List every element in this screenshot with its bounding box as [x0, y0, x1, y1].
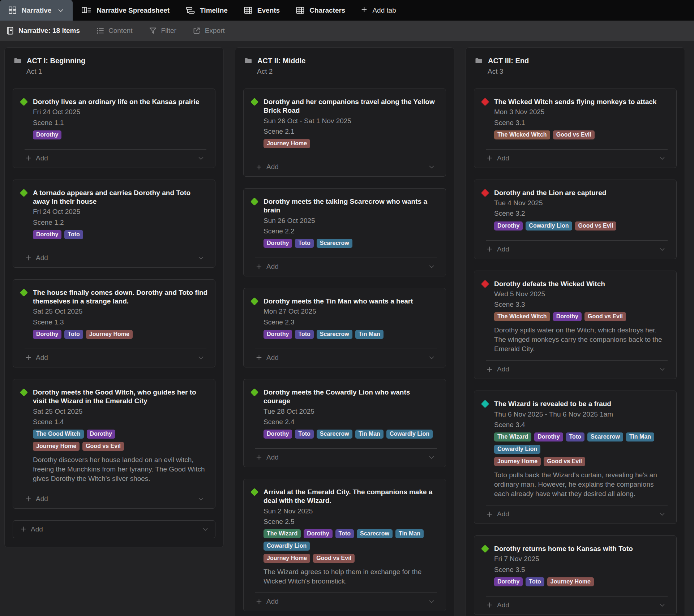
- card-add-row[interactable]: Add: [481, 505, 669, 524]
- tag-cowardly-lion[interactable]: Cowardly Lion: [386, 430, 433, 439]
- add-button[interactable]: Add: [25, 254, 48, 262]
- tag-good-vs-evil[interactable]: Good vs Evil: [313, 554, 355, 563]
- tag-journey-home[interactable]: Journey Home: [494, 457, 541, 466]
- export-button[interactable]: Export: [192, 26, 225, 35]
- scene-card[interactable]: Dorothy meets the Cowardly Lion who want…: [243, 379, 446, 467]
- scene-card[interactable]: The Wicked Witch sends flying monkeys to…: [474, 89, 677, 168]
- chevron-down-icon[interactable]: [428, 453, 436, 461]
- chevron-down-icon[interactable]: [658, 365, 666, 373]
- tag-scarecrow[interactable]: Scarecrow: [587, 432, 623, 441]
- card-add-row[interactable]: Add: [20, 490, 208, 508]
- tag-cowardly-lion[interactable]: Cowardly Lion: [526, 221, 572, 231]
- scene-card[interactable]: The house finally comes down. Dorothy an…: [13, 279, 215, 367]
- tag-scarecrow[interactable]: Scarecrow: [317, 430, 352, 439]
- tag-dorothy[interactable]: Dorothy: [33, 230, 61, 239]
- tag-toto[interactable]: Toto: [335, 529, 354, 538]
- tab-events[interactable]: Events: [236, 0, 288, 21]
- tag-toto[interactable]: Toto: [295, 330, 313, 339]
- card-add-row[interactable]: Add: [481, 361, 669, 379]
- chevron-down-icon[interactable]: [658, 601, 666, 609]
- card-add-row[interactable]: Add: [251, 258, 438, 276]
- add-button[interactable]: Add: [255, 263, 279, 271]
- card-add-row[interactable]: Add: [20, 249, 208, 267]
- content-button[interactable]: Content: [96, 26, 133, 35]
- tag-journey-home[interactable]: Journey Home: [86, 330, 133, 339]
- tag-scarecrow[interactable]: Scarecrow: [357, 529, 393, 538]
- add-button[interactable]: Add: [255, 598, 279, 606]
- chevron-down-icon[interactable]: [197, 154, 205, 162]
- add-button[interactable]: Add: [25, 154, 48, 162]
- chevron-down-icon[interactable]: [428, 263, 436, 271]
- chevron-down-icon[interactable]: [658, 510, 666, 518]
- add-button[interactable]: Add: [486, 601, 509, 609]
- add-button[interactable]: Add: [255, 453, 279, 461]
- tag-dorothy[interactable]: Dorothy: [33, 130, 61, 139]
- tag-scarecrow[interactable]: Scarecrow: [317, 330, 352, 339]
- tag-tin-man[interactable]: Tin Man: [355, 330, 384, 339]
- card-add-row[interactable]: Add: [481, 241, 669, 259]
- tag-good-vs-evil[interactable]: Good vs Evil: [553, 130, 595, 139]
- card-add-row[interactable]: Add: [251, 593, 438, 611]
- tag-toto[interactable]: Toto: [295, 430, 313, 439]
- add-button[interactable]: Add: [255, 163, 279, 171]
- tag-dorothy[interactable]: Dorothy: [264, 430, 292, 439]
- tag-toto[interactable]: Toto: [64, 230, 83, 239]
- scene-card[interactable]: The Wizard is revealed to be a fraudThu …: [474, 391, 677, 524]
- chevron-down-icon[interactable]: [201, 525, 209, 533]
- tag-scarecrow[interactable]: Scarecrow: [317, 239, 352, 248]
- scene-card[interactable]: Dorothy and her companions travel along …: [243, 89, 446, 177]
- tag-dorothy[interactable]: Dorothy: [33, 330, 61, 339]
- add-button[interactable]: Add: [486, 510, 509, 518]
- tag-the-wizard[interactable]: The Wizard: [264, 529, 301, 538]
- card-add-row[interactable]: Add: [20, 150, 208, 168]
- scene-card[interactable]: Dorothy meets the talking Scarecrow who …: [243, 188, 446, 276]
- filter-button[interactable]: Filter: [149, 26, 176, 35]
- card-add-row[interactable]: Add: [481, 596, 669, 615]
- tag-tin-man[interactable]: Tin Man: [395, 529, 424, 538]
- scene-card[interactable]: Dorothy meets the Tin Man who wants a he…: [243, 288, 446, 367]
- chevron-down-icon[interactable]: [197, 354, 205, 362]
- tag-dorothy[interactable]: Dorothy: [264, 239, 292, 248]
- add-tab-button[interactable]: Add tab: [353, 0, 403, 21]
- tag-dorothy[interactable]: Dorothy: [87, 430, 115, 439]
- scene-card[interactable]: Dorothy meets the Good Witch, who guides…: [13, 379, 215, 509]
- tag-journey-home[interactable]: Journey Home: [264, 554, 310, 563]
- tag-dorothy[interactable]: Dorothy: [494, 577, 523, 586]
- tag-good-vs-evil[interactable]: Good vs Evil: [584, 312, 626, 321]
- tag-dorothy[interactable]: Dorothy: [494, 221, 523, 231]
- tag-good-vs-evil[interactable]: Good vs Evil: [82, 442, 124, 451]
- tag-toto[interactable]: Toto: [295, 239, 313, 248]
- tag-dorothy[interactable]: Dorothy: [264, 330, 292, 339]
- add-button[interactable]: Add: [486, 154, 509, 162]
- scene-card[interactable]: Dorothy returns home to Kansas with Toto…: [474, 535, 677, 615]
- tag-journey-home[interactable]: Journey Home: [264, 139, 310, 148]
- chevron-down-icon[interactable]: [428, 598, 436, 606]
- tag-tin-man[interactable]: Tin Man: [626, 432, 654, 441]
- chevron-down-icon[interactable]: [658, 245, 666, 253]
- add-button[interactable]: Add: [255, 354, 279, 362]
- chevron-down-icon[interactable]: [428, 354, 436, 362]
- add-button[interactable]: Add: [20, 525, 43, 533]
- tag-dorothy[interactable]: Dorothy: [304, 529, 332, 538]
- scene-card[interactable]: A tornado appears and carries Dorothy an…: [13, 180, 215, 268]
- tag-the-wizard[interactable]: The Wizard: [494, 432, 531, 441]
- tag-the-good-witch[interactable]: The Good Witch: [33, 430, 84, 439]
- tag-good-vs-evil[interactable]: Good vs Evil: [544, 457, 585, 466]
- scene-card[interactable]: Dorothy and the Lion are capturedTue 4 N…: [474, 180, 677, 259]
- scene-card[interactable]: Arrival at the Emerald City. The compani…: [243, 479, 446, 611]
- tag-good-vs-evil[interactable]: Good vs Evil: [575, 221, 617, 231]
- tag-the-wicked-witch[interactable]: The Wicked Witch: [494, 312, 550, 321]
- column-add-button[interactable]: Add: [13, 520, 215, 538]
- tag-dorothy[interactable]: Dorothy: [534, 432, 563, 441]
- tab-narrative[interactable]: Narrative: [0, 0, 73, 21]
- tab-characters[interactable]: Characters: [288, 0, 353, 21]
- card-add-row[interactable]: Add: [20, 349, 208, 367]
- tag-tin-man[interactable]: Tin Man: [355, 430, 384, 439]
- chevron-down-icon[interactable]: [658, 154, 666, 162]
- scene-card[interactable]: Dorothy defeats the Wicked WitchWed 5 No…: [474, 271, 677, 379]
- add-button[interactable]: Add: [25, 354, 48, 362]
- tag-toto[interactable]: Toto: [64, 330, 83, 339]
- chevron-down-icon[interactable]: [197, 254, 205, 262]
- card-add-row[interactable]: Add: [251, 158, 438, 176]
- add-button[interactable]: Add: [486, 245, 509, 253]
